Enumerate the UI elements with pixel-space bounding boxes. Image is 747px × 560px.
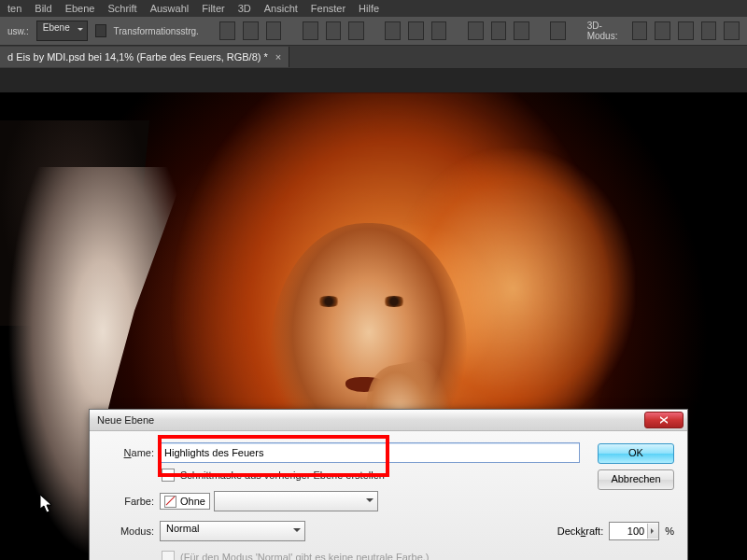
none-icon	[164, 496, 176, 508]
arrange-icon[interactable]	[550, 21, 566, 40]
menu-item[interactable]: Bild	[35, 3, 51, 14]
distribute-hcenter-icon[interactable]	[491, 21, 507, 40]
align-left-icon[interactable]	[303, 21, 318, 40]
neutral-fill-label: (Für den Modus 'Normal' gibt es keine ne…	[180, 552, 430, 560]
menu-item[interactable]: Ansicht	[264, 3, 298, 14]
options-bar: usw.: Ebene Transformationsstrg. 3D-Modu…	[0, 17, 747, 46]
menu-item[interactable]: Filter	[202, 3, 224, 14]
3d-orbit-icon[interactable]	[632, 21, 648, 40]
distribute-bottom-icon[interactable]	[431, 21, 447, 40]
distribute-left-icon[interactable]	[468, 21, 484, 40]
align-bottom-icon[interactable]	[266, 21, 282, 40]
distribute-right-icon[interactable]	[514, 21, 529, 40]
figure-eye	[316, 296, 342, 307]
menu-item[interactable]: ten	[7, 3, 21, 14]
align-top-icon[interactable]	[219, 21, 235, 40]
3d-pan-icon[interactable]	[678, 21, 694, 40]
autoselect-label: usw.:	[7, 26, 29, 36]
canvas-area: Neue Ebene NName:ame: Schnittmaske aus v…	[0, 69, 747, 560]
3d-roll-icon[interactable]	[655, 21, 670, 40]
align-right-icon[interactable]	[348, 21, 364, 40]
distribute-vcenter-icon[interactable]	[408, 21, 424, 40]
3d-zoom-icon[interactable]	[724, 21, 740, 40]
align-vcenter-icon[interactable]	[243, 21, 259, 40]
clipping-mask-label: Schnittmaske aus vorheriger Ebene erstel…	[180, 469, 385, 481]
dialog-title: Neue Ebene	[97, 414, 154, 426]
figure-eye	[381, 296, 407, 307]
color-value: Ohne	[180, 496, 205, 507]
autoselect-dropdown[interactable]: Ebene	[36, 21, 88, 41]
document-tab-title: d Eis by MDI.psd bei 14,1% (Farbe des Fe…	[7, 51, 268, 63]
opacity-input[interactable]	[610, 525, 647, 537]
menu-bar: ten Bild Ebene Schrift Auswahl Filter 3D…	[0, 0, 747, 17]
new-layer-dialog: Neue Ebene NName:ame: Schnittmaske aus v…	[89, 409, 688, 560]
dialog-titlebar[interactable]: Neue Ebene	[90, 410, 687, 431]
document-tab-bar: d Eis by MDI.psd bei 14,1% (Farbe des Fe…	[0, 46, 747, 69]
transform-controls-checkbox[interactable]	[95, 24, 106, 37]
opacity-suffix: %	[665, 525, 674, 537]
clipping-mask-checkbox[interactable]	[162, 469, 175, 482]
3d-mode-label: 3D-Modus:	[587, 21, 625, 41]
close-tab-icon[interactable]: ×	[275, 51, 281, 63]
color-dropdown[interactable]	[214, 491, 378, 511]
opacity-stepper[interactable]	[609, 522, 659, 540]
color-none-swatch: Ohne	[160, 493, 210, 510]
opacity-label: Deckkraft:	[557, 525, 604, 537]
document-tab[interactable]: d Eis by MDI.psd bei 14,1% (Farbe des Fe…	[0, 47, 289, 67]
close-button[interactable]	[644, 412, 684, 428]
ok-button[interactable]: OK	[598, 443, 674, 464]
menu-item[interactable]: Hilfe	[359, 3, 379, 14]
opacity-stepper-arrow[interactable]	[647, 524, 658, 539]
distribute-top-icon[interactable]	[385, 21, 401, 40]
color-label: Farbe:	[103, 496, 160, 507]
cancel-button[interactable]: Abbrechen	[598, 469, 674, 490]
neutral-fill-checkbox	[162, 551, 175, 560]
3d-slide-icon[interactable]	[701, 21, 717, 40]
blend-mode-dropdown[interactable]: Normal	[160, 521, 305, 541]
transform-controls-label: Transformationsstrg.	[114, 26, 199, 36]
menu-item[interactable]: Fenster	[311, 3, 345, 14]
name-label: NName:ame:	[103, 447, 160, 458]
align-hcenter-icon[interactable]	[326, 21, 342, 40]
menu-item[interactable]: 3D	[238, 3, 251, 14]
menu-item[interactable]: Schrift	[107, 3, 136, 14]
menu-item[interactable]: Auswahl	[150, 3, 190, 14]
mode-label: Modus:	[103, 525, 160, 537]
layer-name-input[interactable]	[160, 442, 580, 463]
menu-item[interactable]: Ebene	[65, 3, 95, 14]
